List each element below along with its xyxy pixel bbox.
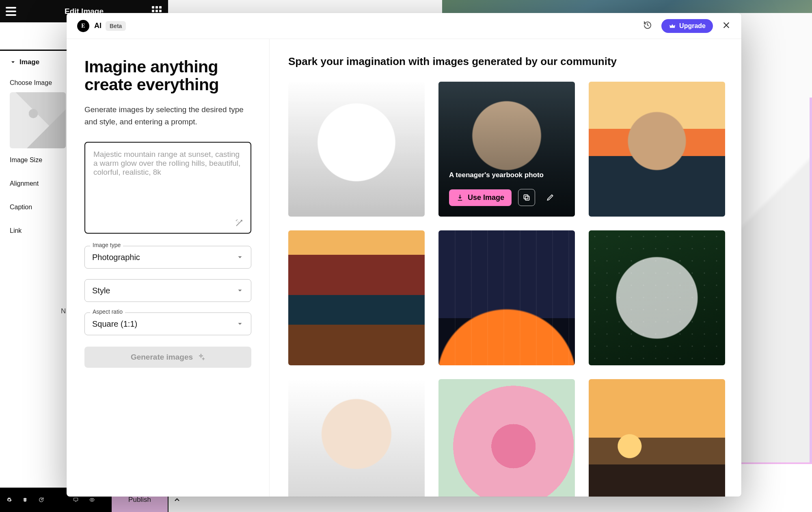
generated-image <box>288 82 425 217</box>
sparkle-icon <box>197 353 205 361</box>
gallery-grid: A teenager's yearbook photo Use Image <box>288 82 723 497</box>
history-icon[interactable] <box>39 495 44 504</box>
svg-rect-3 <box>524 195 528 199</box>
gallery-item-hovered[interactable]: A teenager's yearbook photo Use Image <box>438 82 575 217</box>
generated-image <box>589 230 725 365</box>
caret-down-icon <box>236 287 244 294</box>
select-value: Square (1:1) <box>92 319 137 329</box>
gallery-item[interactable] <box>438 379 575 497</box>
gallery-title: Spark your imagination with images gener… <box>288 55 723 68</box>
gallery-item[interactable] <box>438 230 575 365</box>
gallery-item[interactable] <box>288 82 425 217</box>
generated-image <box>288 379 425 497</box>
prompt-wrap <box>84 128 251 235</box>
upgrade-button[interactable]: Upgrade <box>661 19 713 33</box>
crown-icon <box>669 22 676 30</box>
layers-icon[interactable] <box>22 495 28 504</box>
eye-icon[interactable] <box>89 495 95 504</box>
generated-image <box>288 230 425 365</box>
image-type-select[interactable]: Image type Photographic <box>84 246 251 269</box>
field-label: Caption <box>10 204 32 211</box>
hover-caption: A teenager's yearbook photo <box>449 171 564 179</box>
prompt-column: Imagine anything create everything Gener… <box>67 39 270 497</box>
modal-body: Imagine anything create everything Gener… <box>67 39 741 497</box>
generated-image <box>589 379 725 497</box>
ai-label: AI <box>94 22 102 30</box>
use-image-label: Use Image <box>468 193 504 202</box>
gallery-item[interactable] <box>288 230 425 365</box>
close-icon <box>722 21 731 30</box>
select-value: Photographic <box>92 253 140 262</box>
history-icon <box>643 20 652 30</box>
field-label: Alignment <box>10 180 39 187</box>
prompt-input[interactable] <box>84 142 251 234</box>
ai-modal: E AI Beta Upgrade Imagine anything creat… <box>67 13 741 497</box>
caret-down-icon <box>236 254 244 261</box>
magic-wand-icon <box>234 218 244 228</box>
select-label: Image type <box>90 242 123 248</box>
chevron-up-icon <box>173 496 181 504</box>
select-value: Style <box>92 286 110 295</box>
download-icon <box>456 194 464 201</box>
canvas-preview-strip <box>442 0 812 13</box>
modal-header: E AI Beta Upgrade <box>67 13 741 39</box>
pencil-icon <box>546 193 554 202</box>
style-select[interactable]: Style <box>84 279 251 302</box>
upgrade-label: Upgrade <box>679 22 706 30</box>
caret-down-icon <box>236 320 244 328</box>
beta-badge: Beta <box>106 21 126 31</box>
accordion-label: Image <box>19 58 39 66</box>
enhance-prompt-button[interactable] <box>234 218 244 230</box>
hamburger-icon[interactable] <box>6 7 16 16</box>
image-placeholder-thumb[interactable] <box>10 92 66 148</box>
generate-label: Generate images <box>131 353 193 362</box>
svg-rect-2 <box>525 196 529 200</box>
select-label: Aspect ratio <box>90 308 125 315</box>
hover-actions: Use Image <box>449 189 559 206</box>
field-label: Image Size <box>10 156 42 164</box>
modal-heading: Imagine anything create everything <box>84 58 251 94</box>
gallery-column: Spark your imagination with images gener… <box>270 39 741 497</box>
field-label: Link <box>10 227 22 234</box>
generated-image <box>438 379 575 497</box>
modal-subheading: Generate images by selecting the desired… <box>84 104 251 128</box>
copy-icon <box>523 193 531 202</box>
history-button[interactable] <box>643 20 652 32</box>
svg-point-1 <box>91 499 93 500</box>
use-image-button[interactable]: Use Image <box>449 189 512 206</box>
generate-button[interactable]: Generate images <box>84 347 251 368</box>
elementor-logo-icon: E <box>77 20 89 32</box>
generated-image <box>589 82 725 217</box>
stray-letter: N <box>61 307 66 315</box>
responsive-icon[interactable] <box>73 495 78 504</box>
aspect-ratio-select[interactable]: Aspect ratio Square (1:1) <box>84 312 251 335</box>
close-button[interactable] <box>722 21 731 31</box>
gallery-item[interactable] <box>589 82 725 217</box>
gallery-item[interactable] <box>589 230 725 365</box>
gallery-item[interactable] <box>288 379 425 497</box>
generated-image <box>438 230 575 365</box>
gallery-item[interactable] <box>589 379 725 497</box>
svg-rect-0 <box>74 498 78 501</box>
copy-button[interactable] <box>518 189 535 206</box>
edit-button[interactable] <box>542 189 559 206</box>
caret-down-icon <box>10 59 16 65</box>
gear-icon[interactable] <box>6 495 12 504</box>
